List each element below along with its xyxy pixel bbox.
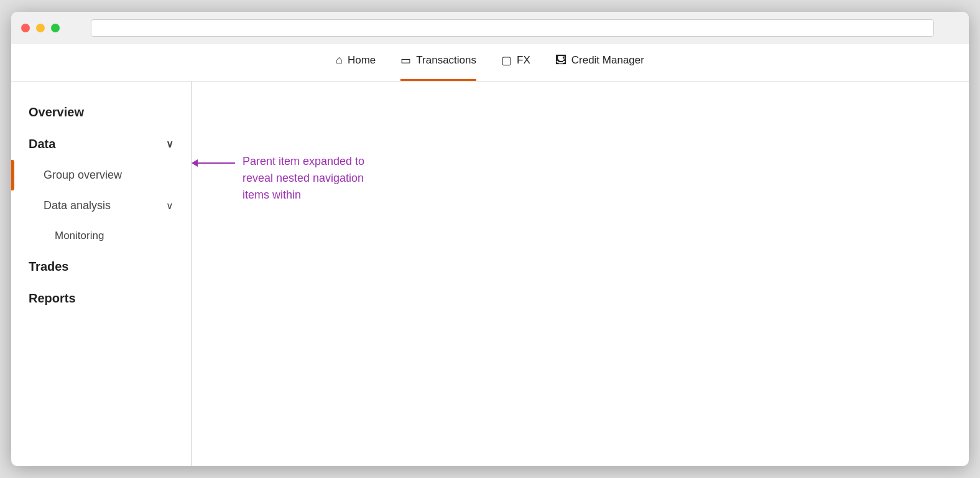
chevron-down-icon-2: ∨ (166, 200, 173, 212)
nav-label-transactions: Transactions (416, 54, 476, 67)
sidebar-label-monitoring: Monitoring (55, 230, 104, 242)
annotation: Parent item expanded to reveal nested na… (192, 153, 367, 204)
sidebar-item-group-overview[interactable]: Group overview (11, 160, 191, 190)
traffic-light-yellow[interactable] (36, 24, 45, 32)
nav-items: ⌂ Home ▭ Transactions ▢ FX ⛾ Credit Mana… (336, 44, 644, 81)
main-content: Overview Data ∨ Group overview Data anal… (11, 82, 969, 466)
sidebar-label-reports: Reports (29, 291, 76, 306)
sidebar-label-group-overview: Group overview (44, 169, 122, 182)
sidebar-label-trades: Trades (29, 260, 68, 274)
nav-item-transactions[interactable]: ▭ Transactions (400, 44, 476, 81)
browser-window: ⌂ Home ▭ Transactions ▢ FX ⛾ Credit Mana… (11, 12, 969, 466)
nav-bar: ⌂ Home ▭ Transactions ▢ FX ⛾ Credit Mana… (11, 44, 969, 82)
title-bar (11, 12, 969, 44)
traffic-light-green[interactable] (51, 24, 60, 32)
nav-label-fx: FX (517, 54, 530, 67)
home-icon: ⌂ (336, 54, 343, 67)
sidebar-item-monitoring[interactable]: Monitoring (11, 221, 191, 251)
address-bar[interactable] (91, 19, 934, 37)
arrow-line-horizontal (198, 162, 235, 164)
traffic-light-red[interactable] (21, 24, 30, 32)
sidebar-item-data-analysis[interactable]: Data analysis ∨ (11, 190, 191, 221)
sidebar-item-data[interactable]: Data ∨ (11, 128, 191, 160)
fx-icon: ▢ (501, 54, 512, 67)
sidebar-item-overview[interactable]: Overview (11, 96, 191, 128)
nav-item-home[interactable]: ⌂ Home (336, 44, 376, 81)
credit-manager-icon: ⛾ (555, 54, 566, 67)
sidebar-label-overview: Overview (29, 105, 84, 120)
nav-label-home: Home (348, 54, 376, 67)
arrow-line (192, 159, 235, 167)
transactions-icon: ▭ (400, 54, 411, 67)
sidebar-label-data: Data (29, 137, 55, 151)
chevron-down-icon: ∨ (166, 138, 173, 150)
arrow-head (192, 159, 198, 167)
sidebar: Overview Data ∨ Group overview Data anal… (11, 82, 192, 466)
annotation-text: Parent item expanded to reveal nested na… (243, 153, 367, 204)
nav-item-fx[interactable]: ▢ FX (501, 44, 530, 81)
sidebar-label-data-analysis: Data analysis (44, 199, 111, 212)
sidebar-item-trades[interactable]: Trades (11, 251, 191, 283)
nav-item-credit-manager[interactable]: ⛾ Credit Manager (555, 44, 644, 81)
nav-label-credit-manager: Credit Manager (571, 54, 644, 67)
annotation-area: Parent item expanded to reveal nested na… (192, 82, 969, 466)
sidebar-item-reports[interactable]: Reports (11, 283, 191, 314)
